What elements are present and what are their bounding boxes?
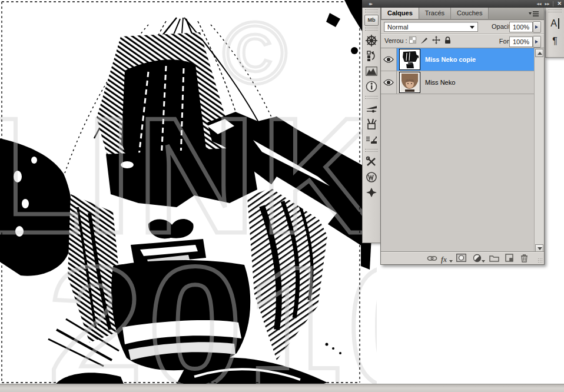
arrow-up-icon: [538, 52, 542, 55]
eye-icon: [383, 79, 394, 86]
collapse-dock-icon[interactable]: ◂◂: [536, 0, 541, 8]
history-panel-icon[interactable]: [363, 48, 380, 64]
titlebar-divider: [553, 1, 553, 6]
link-layers-button[interactable]: [427, 254, 437, 263]
document-canvas[interactable]: © LINK 2010: [0, 0, 377, 384]
tools-extension-panel-icon[interactable]: [363, 154, 380, 170]
photoshop-workspace: © LINK 2010 ▸▸ ◂◂ ▸▸ ✕ Mb: [0, 0, 564, 392]
layers-panel: Calques Tracés Couches Normal Opacité : …: [380, 8, 545, 265]
blend-mode-row: Normal Opacité : 100%: [381, 19, 544, 34]
watermark-line2: 2010: [48, 231, 377, 384]
character-panel-icon[interactable]: A: [546, 15, 564, 32]
arrow-down-icon: [538, 247, 542, 250]
dock-drag-handle[interactable]: [548, 9, 562, 12]
left-panel-dock: Mb: [362, 8, 381, 243]
fill-field[interactable]: 100%: [509, 36, 533, 47]
add-layer-mask-button[interactable]: [456, 254, 467, 263]
lock-all-icon[interactable]: [444, 36, 451, 44]
layer-name: Miss Neko copie: [425, 56, 476, 63]
mini-bridge-button[interactable]: Mb: [364, 15, 379, 26]
dock-drag-handle[interactable]: [365, 149, 378, 152]
eye-icon: [383, 56, 394, 63]
layers-scrollbar[interactable]: [534, 48, 544, 253]
lock-position-icon[interactable]: [432, 36, 440, 44]
visibility-toggle[interactable]: [381, 71, 397, 94]
scroll-up-button[interactable]: [535, 49, 543, 57]
blend-mode-select[interactable]: Normal: [384, 22, 478, 32]
lock-transparency-icon[interactable]: [409, 36, 416, 44]
spinner-arrow-icon: [535, 25, 538, 29]
layers-panel-footer: fx: [381, 251, 544, 264]
dock-drag-handle[interactable]: [365, 96, 378, 99]
paragraph-panel-icon[interactable]: ¶: [546, 32, 564, 50]
expand-right-dock-icon[interactable]: ▸▸: [545, 0, 549, 8]
tab-couches[interactable]: Couches: [451, 8, 489, 19]
new-layer-button[interactable]: [505, 254, 516, 263]
close-icon[interactable]: ✕: [557, 0, 562, 8]
clone-source-panel-icon[interactable]: [363, 132, 380, 147]
tab-calques[interactable]: Calques: [381, 8, 419, 19]
new-group-button[interactable]: [489, 254, 500, 263]
visibility-toggle[interactable]: [381, 48, 397, 71]
layer-style-button[interactable]: fx: [441, 254, 452, 263]
panel-dock-titlebar: ▸▸ ◂◂ ▸▸ ✕: [362, 0, 564, 8]
w-extension-panel-icon[interactable]: [363, 170, 380, 185]
tool-presets-panel-icon[interactable]: [363, 117, 380, 132]
lock-pixels-icon[interactable]: [420, 36, 428, 44]
fill-spinner-button[interactable]: [533, 36, 541, 48]
delete-layer-button[interactable]: [520, 254, 531, 263]
lock-row: Verrou : Fond : 100%: [381, 34, 544, 48]
panel-menu-icon[interactable]: [529, 11, 539, 17]
opacity-spinner-button[interactable]: [533, 21, 541, 33]
layer-row-miss-neko[interactable]: Miss Neko: [381, 71, 535, 94]
opacity-field[interactable]: 100%: [509, 22, 533, 32]
expand-dock-icon[interactable]: ▸▸: [369, 0, 371, 8]
dock-drag-handle[interactable]: [365, 9, 378, 12]
navigator-panel-icon[interactable]: [363, 33, 380, 48]
tab-traces[interactable]: Tracés: [419, 8, 451, 19]
chevron-down-icon: [482, 260, 485, 263]
lock-label: Verrou :: [384, 37, 407, 44]
corner-dot: [351, 47, 358, 54]
panel-tab-bar: Calques Tracés Couches: [381, 8, 544, 20]
adjustment-layer-button[interactable]: [473, 254, 483, 263]
layer-thumbnail[interactable]: [399, 72, 420, 93]
layer-row-miss-neko-copie[interactable]: Miss Neko copie: [381, 48, 535, 71]
star-extension-panel-icon[interactable]: [363, 185, 380, 200]
layer-thumbnail[interactable]: [399, 49, 420, 70]
histogram-panel-icon[interactable]: [363, 64, 380, 79]
info-panel-icon[interactable]: [363, 79, 380, 94]
spinner-arrow-icon: [535, 40, 538, 44]
dock-drag-handle[interactable]: [365, 28, 378, 31]
blend-mode-value: Normal: [387, 24, 408, 31]
brush-panel-icon[interactable]: [363, 101, 380, 117]
chevron-down-icon: [449, 260, 453, 263]
layers-list: Miss Neko copie: [381, 48, 544, 253]
right-panel-dock: A ¶: [545, 8, 564, 58]
chevron-down-icon: [470, 26, 475, 29]
layer-name: Miss Neko: [425, 79, 455, 86]
panel-resize-grip[interactable]: [538, 258, 543, 263]
window-bottom-strip: [0, 384, 564, 392]
